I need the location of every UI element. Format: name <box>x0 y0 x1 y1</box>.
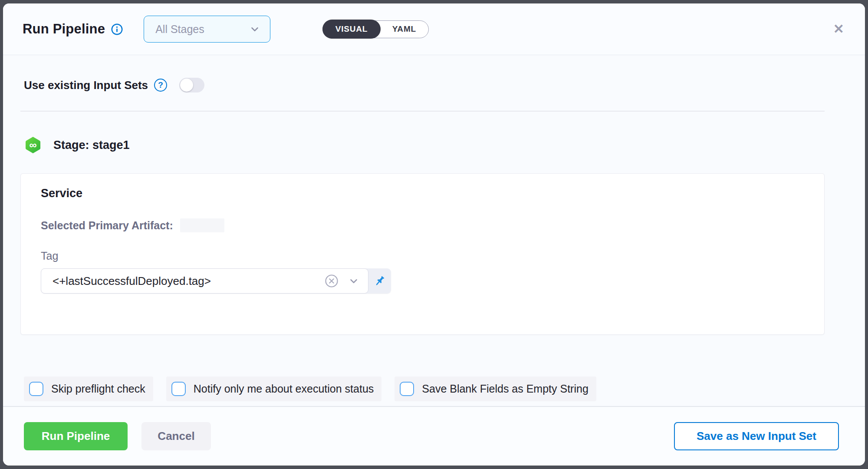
checkbox-icon[interactable] <box>171 382 186 396</box>
checkbox-icon[interactable] <box>400 382 414 396</box>
use-existing-input-sets-row: Use existing Input Sets ? <box>20 78 825 92</box>
tab-visual[interactable]: VISUAL <box>322 20 381 39</box>
option-label: Skip preflight check <box>51 383 145 395</box>
input-sets-toggle[interactable] <box>179 78 204 92</box>
checkbox-icon[interactable] <box>29 382 43 396</box>
service-card-title: Service <box>41 187 804 200</box>
chevron-down-icon <box>249 23 260 35</box>
tag-input[interactable] <box>53 274 325 288</box>
option-notify-only-me[interactable]: Notify only me about execution status <box>166 377 382 401</box>
selected-artifact-row: Selected Primary Artifact: <box>41 218 804 232</box>
svg-text:∞: ∞ <box>29 139 36 151</box>
help-icon[interactable]: ? <box>154 79 167 92</box>
stage-label: Stage: stage1 <box>53 139 130 152</box>
pin-icon[interactable] <box>368 268 391 294</box>
toggle-knob <box>180 79 193 92</box>
cd-stage-icon: ∞ <box>24 136 42 154</box>
section-divider <box>20 111 825 112</box>
page-title: Run Pipeline <box>23 21 105 37</box>
tag-input-wrapper <box>41 268 368 294</box>
cancel-button[interactable]: Cancel <box>141 422 211 450</box>
option-save-blank-fields[interactable]: Save Blank Fields as Empty String <box>395 377 596 401</box>
tag-label: Tag <box>41 250 804 262</box>
modal-header: Run Pipeline All Stages VISUAL YAML ✕ <box>3 3 865 55</box>
option-label: Notify only me about execution status <box>194 383 374 395</box>
info-icon[interactable] <box>111 23 123 35</box>
use-existing-input-sets-label: Use existing Input Sets <box>24 79 148 92</box>
save-as-new-input-set-button[interactable]: Save as New Input Set <box>674 422 839 450</box>
selected-artifact-value-redacted <box>180 218 224 232</box>
modal-footer: Run Pipeline Cancel Save as New Input Se… <box>3 406 865 466</box>
run-pipeline-button[interactable]: Run Pipeline <box>24 422 128 450</box>
stage-row: ∞ Stage: stage1 <box>20 136 825 154</box>
modal-body: Use existing Input Sets ? ∞ <box>3 55 865 406</box>
tab-yaml[interactable]: YAML <box>380 20 428 38</box>
close-icon[interactable]: ✕ <box>833 23 844 36</box>
clear-icon[interactable] <box>325 274 339 288</box>
visual-yaml-toggle: VISUAL YAML <box>322 20 429 38</box>
chevron-down-icon[interactable] <box>348 275 359 287</box>
stage-select-dropdown[interactable]: All Stages <box>144 16 270 43</box>
tag-input-group <box>41 268 391 294</box>
selected-artifact-label: Selected Primary Artifact: <box>41 219 173 232</box>
option-skip-preflight[interactable]: Skip preflight check <box>24 377 153 401</box>
service-card: Service Selected Primary Artifact: Tag <box>20 173 825 335</box>
option-label: Save Blank Fields as Empty String <box>422 383 589 395</box>
run-pipeline-modal: Run Pipeline All Stages VISUAL YAML ✕ Us… <box>3 3 865 466</box>
stage-select-value: All Stages <box>155 23 249 36</box>
run-options-row: Skip preflight check Notify only me abou… <box>20 377 825 401</box>
